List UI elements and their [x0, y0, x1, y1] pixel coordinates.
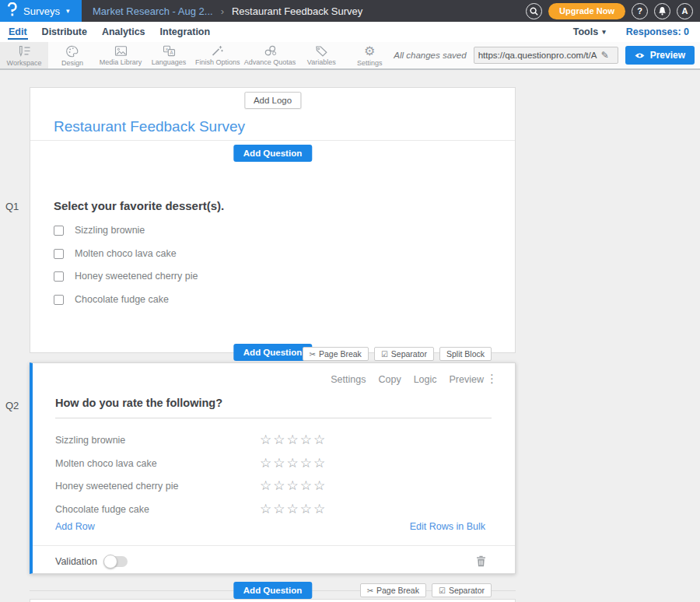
magic-wand-icon [211, 45, 224, 57]
question-number-q1: Q1 [5, 201, 19, 212]
split-block-button[interactable]: Split Block [439, 347, 492, 361]
subnav-right: Tools ▾ Responses: 0 [573, 26, 692, 37]
checkbox[interactable] [54, 226, 64, 236]
workspace-icon [17, 45, 31, 58]
page-break-button[interactable]: ✂ Page Break [303, 347, 369, 361]
row-label[interactable]: Molten choco lava cake [55, 458, 157, 469]
edit-rows-in-bulk-link[interactable]: Edit Rows in Bulk [410, 521, 485, 532]
option-label: Honey sweetened cherry pie [75, 271, 198, 282]
survey-editor-canvas: Q1 Q2 Add Logo Restaurant Feedback Surve… [0, 70, 700, 602]
add-row-link[interactable]: Add Row [55, 521, 95, 532]
upgrade-now-button[interactable]: Upgrade Now [548, 3, 625, 19]
q1-option-2[interactable]: Molten choco lava cake [54, 248, 177, 259]
tools-dropdown[interactable]: Tools ▾ [573, 26, 606, 37]
option-label: Molten choco lava cake [75, 248, 177, 259]
rating-row-1: Sizzling brownie ☆☆☆☆☆ [55, 429, 492, 451]
question-actions: Settings Copy Logic Preview [331, 374, 484, 385]
add-question-button-bottom[interactable]: Add Question [233, 582, 312, 599]
question-q2-text[interactable]: How do you rate the following? [55, 397, 222, 409]
page-break-button[interactable]: ✂ Page Break [360, 583, 426, 597]
save-status: All changes saved [394, 51, 466, 60]
star-rating[interactable]: ☆☆☆☆☆ [260, 502, 327, 516]
toolbar-item-finish-options[interactable]: Finish Options [193, 42, 243, 68]
toolbar-item-advance-quotas[interactable]: Advance Quotas [243, 42, 298, 68]
question-settings-button[interactable]: Settings [331, 374, 366, 385]
star-rating[interactable]: ☆☆☆☆☆ [260, 479, 327, 492]
toolbar-item-label: Design [61, 59, 83, 67]
chain-links-icon [264, 45, 277, 57]
eye-icon [635, 52, 645, 59]
separator-button[interactable]: ☑ Separator [432, 583, 492, 597]
survey-url-field: ✎ [474, 47, 618, 64]
star-rating[interactable]: ☆☆☆☆☆ [260, 433, 327, 446]
tab-edit[interactable]: Edit [8, 25, 28, 40]
scissors-icon: ✂ [367, 586, 373, 595]
toolbar-item-design[interactable]: Design [48, 42, 96, 68]
separator-label: Separator [449, 586, 485, 595]
breadcrumb: Market Research - Aug 2... › Restaurant … [93, 5, 362, 17]
survey-block-1: Add Logo Restaurant Feedback Survey Add … [30, 87, 516, 353]
preview-label: Preview [650, 50, 685, 61]
q1-option-3[interactable]: Honey sweetened cherry pie [54, 271, 198, 282]
notifications-button[interactable] [654, 3, 670, 19]
question-q1-text[interactable]: Select your favorite dessert(s). [54, 199, 224, 212]
preview-button[interactable]: Preview [625, 46, 695, 65]
q1-option-4[interactable]: Chocolate fudge cake [54, 294, 169, 305]
add-question-button-top[interactable]: Add Question [233, 145, 312, 162]
validation-label: Validation [55, 556, 97, 567]
row-label[interactable]: Chocolate fudge cake [55, 504, 149, 515]
row-label[interactable]: Sizzling brownie [55, 435, 125, 446]
kebab-menu-icon[interactable]: ⋮ [486, 373, 498, 384]
toolbar-item-settings[interactable]: ⚙ Settings [345, 42, 394, 68]
help-button[interactable]: ? [632, 3, 648, 19]
product-switcher[interactable]: Surveys ▾ [0, 0, 82, 22]
validation-toggle[interactable] [104, 556, 128, 567]
separator-icon: ☑ [381, 350, 388, 359]
edit-url-pencil-icon[interactable]: ✎ [601, 50, 613, 61]
tab-distribute[interactable]: Distribute [41, 25, 88, 40]
toolbar-item-media-library[interactable]: Media Library [96, 42, 145, 68]
question-preview-button[interactable]: Preview [450, 374, 484, 385]
responses-count[interactable]: Responses: 0 [626, 26, 689, 37]
tab-integration[interactable]: Integration [159, 25, 212, 40]
question-number-q2: Q2 [5, 400, 19, 411]
checkbox[interactable] [54, 249, 64, 259]
toolbar-item-variables[interactable]: Variables [297, 42, 345, 68]
option-label: Sizzling brownie [75, 225, 145, 236]
tab-analytics[interactable]: Analytics [101, 25, 146, 40]
star-rating[interactable]: ☆☆☆☆☆ [260, 457, 327, 470]
page-break-label: Page Break [319, 349, 362, 359]
question-text-underline [55, 418, 492, 418]
separator-label: Separator [391, 349, 427, 359]
add-question-button-mid[interactable]: Add Question [233, 344, 312, 361]
q1-option-1[interactable]: Sizzling brownie [54, 225, 145, 236]
account-avatar[interactable]: A [677, 3, 693, 19]
question-copy-button[interactable]: Copy [378, 374, 401, 385]
question-logic-button[interactable]: Logic [414, 374, 437, 385]
survey-block-q2-selected: Settings Copy Logic Preview ⋮ How do you… [30, 362, 516, 574]
checkbox[interactable] [54, 295, 64, 305]
separator-button[interactable]: ☑ Separator [374, 347, 434, 361]
svg-text:A: A [170, 50, 173, 56]
toolbar-item-languages[interactable]: x A Languages [145, 42, 193, 68]
breadcrumb-folder[interactable]: Market Research - Aug 2... [93, 5, 213, 17]
gear-icon: ⚙ [364, 45, 375, 58]
survey-nav: Edit Distribute Analytics Integration To… [0, 22, 700, 42]
toolbar-item-label: Workspace [7, 59, 42, 67]
trash-icon [476, 555, 486, 567]
search-button[interactable] [526, 3, 542, 19]
palette-icon [66, 45, 79, 58]
add-logo-button[interactable]: Add Logo [244, 92, 301, 109]
toolbar-item-label: Languages [152, 58, 187, 66]
checkbox[interactable] [54, 271, 64, 282]
divider [33, 545, 515, 546]
survey-title[interactable]: Restaurant Feedback Survey [54, 118, 245, 135]
chevron-down-icon: ▾ [66, 8, 70, 15]
survey-url-input[interactable] [474, 51, 601, 60]
toolbar-item-workspace[interactable]: Workspace [0, 42, 48, 68]
delete-question-button[interactable] [476, 555, 486, 570]
avatar-initial: A [682, 6, 688, 16]
row-label[interactable]: Honey sweetened cherry pie [55, 481, 178, 492]
rating-row-3: Honey sweetened cherry pie ☆☆☆☆☆ [55, 474, 492, 497]
block-2-footer: Add Question ✂ Page Break ☑ Separator [30, 582, 516, 599]
